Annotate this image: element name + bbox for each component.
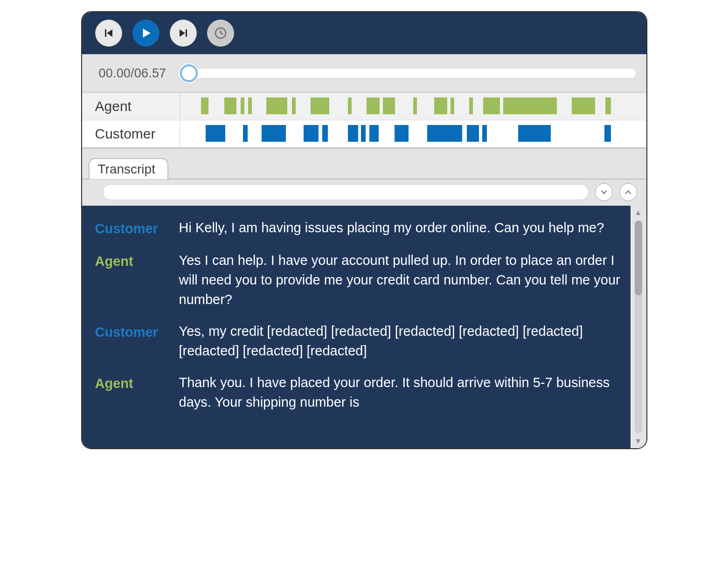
transcript-list: CustomerHi Kelly, I am having issues pla… bbox=[82, 206, 631, 448]
transcript-speaker-label: Agent bbox=[95, 373, 169, 393]
transcript-entry: CustomerHi Kelly, I am having issues pla… bbox=[95, 218, 625, 238]
customer-speech-segment[interactable] bbox=[395, 125, 409, 142]
agent-speech-segment[interactable] bbox=[572, 97, 595, 114]
agent-speech-segment[interactable] bbox=[383, 97, 395, 114]
play-button[interactable] bbox=[132, 20, 159, 47]
customer-speech-segment[interactable] bbox=[206, 125, 225, 142]
customer-speech-segment[interactable] bbox=[482, 125, 487, 142]
customer-speech-segment[interactable] bbox=[427, 125, 462, 142]
agent-speech-segment[interactable] bbox=[367, 97, 380, 114]
search-next-button[interactable] bbox=[595, 183, 613, 201]
transcript-speaker-label: Customer bbox=[95, 218, 169, 238]
agent-speech-segment[interactable] bbox=[605, 97, 611, 114]
play-icon bbox=[140, 27, 152, 39]
transcript-panel: CustomerHi Kelly, I am having issues pla… bbox=[82, 206, 646, 448]
customer-speech-segment[interactable] bbox=[262, 125, 286, 142]
customer-speech-segment[interactable] bbox=[467, 125, 479, 142]
tab-transcript[interactable]: Transcript bbox=[89, 158, 168, 180]
timeline-row: 00.00/06.57 bbox=[82, 54, 646, 92]
scroll-down-arrow-icon[interactable]: ▼ bbox=[635, 436, 642, 446]
customer-speech-segment[interactable] bbox=[369, 125, 379, 142]
agent-speech-segment[interactable] bbox=[241, 97, 244, 114]
agent-row-label: Agent bbox=[82, 93, 180, 120]
agent-speech-segment[interactable] bbox=[201, 97, 208, 114]
chevron-down-icon bbox=[601, 189, 607, 195]
svg-rect-4 bbox=[186, 29, 187, 37]
agent-speech-segment[interactable] bbox=[224, 97, 236, 114]
agent-speech-segment[interactable] bbox=[292, 97, 296, 114]
scroll-thumb[interactable] bbox=[635, 221, 642, 295]
search-prev-button[interactable] bbox=[619, 183, 637, 201]
history-button[interactable] bbox=[207, 20, 234, 47]
agent-speech-segment[interactable] bbox=[503, 97, 557, 114]
skip-forward-icon bbox=[178, 28, 189, 39]
customer-speech-segment[interactable] bbox=[604, 125, 611, 142]
customer-speech-segment[interactable] bbox=[348, 125, 358, 142]
transcript-utterance: Yes, my credit [redacted] [redacted] [re… bbox=[179, 321, 625, 361]
playback-timecode: 00.00/06.57 bbox=[99, 66, 178, 81]
customer-speech-segment[interactable] bbox=[518, 125, 551, 142]
customer-speech-segment[interactable] bbox=[304, 125, 319, 142]
skip-forward-button[interactable] bbox=[170, 20, 197, 47]
transcript-search-row bbox=[82, 179, 646, 206]
skip-back-button[interactable] bbox=[95, 20, 122, 47]
agent-speech-segment[interactable] bbox=[483, 97, 500, 114]
tab-strip: Transcript bbox=[82, 149, 646, 179]
agent-speech-segment[interactable] bbox=[248, 97, 252, 114]
customer-waveform-row: Customer bbox=[82, 120, 646, 147]
agent-waveform-row: Agent bbox=[82, 92, 646, 120]
speaker-waveform-section: Agent Customer bbox=[82, 92, 646, 149]
svg-marker-2 bbox=[143, 28, 150, 38]
agent-speech-segment[interactable] bbox=[413, 97, 417, 114]
agent-speech-segment[interactable] bbox=[266, 97, 287, 114]
transcript-speaker-label: Customer bbox=[95, 321, 169, 342]
scroll-track[interactable] bbox=[635, 221, 642, 433]
svg-marker-3 bbox=[180, 29, 185, 37]
agent-speech-segment[interactable] bbox=[434, 97, 447, 114]
transcript-speaker-label: Agent bbox=[95, 250, 169, 271]
customer-speech-segment[interactable] bbox=[361, 125, 366, 142]
chevron-up-icon bbox=[625, 189, 631, 195]
svg-rect-0 bbox=[105, 29, 106, 37]
history-icon bbox=[214, 26, 228, 40]
agent-speech-segment[interactable] bbox=[469, 97, 473, 114]
agent-waveform-canvas[interactable] bbox=[180, 93, 646, 120]
customer-waveform-canvas[interactable] bbox=[180, 120, 646, 147]
transcript-entry: AgentThank you. I have placed your order… bbox=[95, 373, 625, 412]
recording-review-panel: 00.00/06.57 Agent Customer Transcript bbox=[81, 11, 647, 449]
transcript-entry: CustomerYes, my credit [redacted] [redac… bbox=[95, 321, 625, 361]
transcript-utterance: Yes I can help. I have your account pull… bbox=[179, 250, 625, 309]
agent-speech-segment[interactable] bbox=[348, 97, 352, 114]
svg-marker-1 bbox=[107, 29, 112, 37]
customer-speech-segment[interactable] bbox=[243, 125, 248, 142]
playback-toolbar bbox=[82, 12, 646, 54]
transcript-search-input[interactable] bbox=[103, 184, 589, 200]
customer-speech-segment[interactable] bbox=[322, 125, 328, 142]
skip-back-icon bbox=[103, 28, 114, 39]
agent-speech-segment[interactable] bbox=[311, 97, 329, 114]
scrub-track[interactable] bbox=[187, 68, 636, 78]
scroll-up-arrow-icon[interactable]: ▲ bbox=[635, 208, 642, 218]
transcript-utterance: Thank you. I have placed your order. It … bbox=[179, 373, 625, 412]
transcript-scrollbar[interactable]: ▲ ▼ bbox=[631, 206, 646, 448]
transcript-entry: AgentYes I can help. I have your account… bbox=[95, 250, 625, 309]
agent-speech-segment[interactable] bbox=[451, 97, 454, 114]
customer-row-label: Customer bbox=[82, 120, 180, 147]
transcript-utterance: Hi Kelly, I am having issues placing my … bbox=[179, 218, 625, 237]
scrub-thumb[interactable] bbox=[180, 64, 198, 82]
